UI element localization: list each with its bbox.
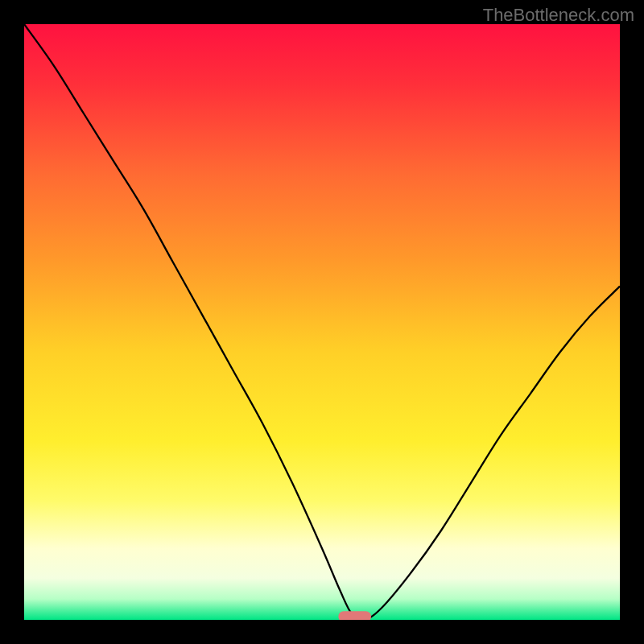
plot-area <box>24 24 620 620</box>
chart-frame: TheBottleneck.com <box>0 0 644 644</box>
optimal-marker <box>338 611 371 620</box>
watermark-text: TheBottleneck.com <box>483 5 634 26</box>
bottleneck-chart <box>24 24 620 620</box>
gradient-background <box>24 24 620 620</box>
